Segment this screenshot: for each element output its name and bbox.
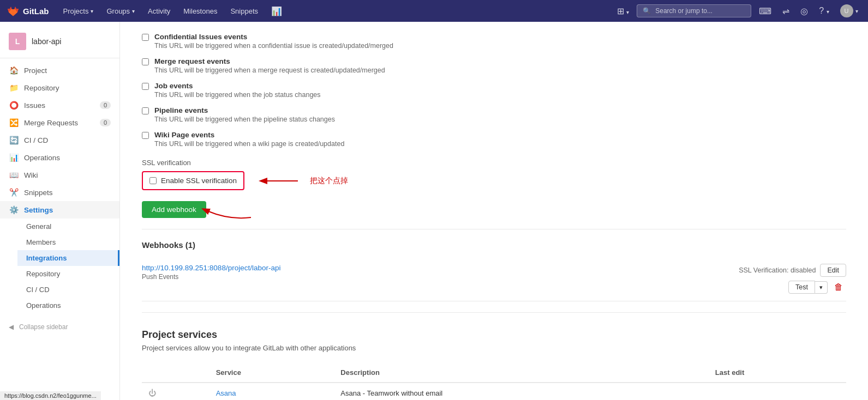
ssl-status-label: SSL Verification: disabled [739, 266, 816, 274]
sidebar-item-repo-settings[interactable]: Repository [17, 266, 119, 282]
sidebar-item-merge-requests[interactable]: 🔀 Merge Requests 0 [0, 114, 119, 131]
divider-services [142, 312, 846, 313]
ssl-verification-checkbox[interactable] [149, 177, 157, 184]
merge-request-checkbox[interactable] [142, 58, 149, 65]
col-service: Service [209, 363, 334, 383]
annotation-text: 把这个点掉 [310, 176, 348, 186]
job-events-desc: This URL will be triggered when the job … [154, 91, 321, 99]
new-item-button[interactable]: ⊞ ▾ [614, 4, 632, 19]
sidebar-item-ci-cd[interactable]: 🔄 CI / CD [0, 131, 119, 149]
webhook-url[interactable]: http://10.199.89.251:8088/project/labor-… [142, 264, 280, 272]
edit-webhook-button[interactable]: Edit [820, 264, 846, 277]
service-name-cell: Asana [209, 383, 334, 400]
issues-badge: 0 [100, 101, 111, 109]
service-toggle-icon[interactable]: ⏻ [148, 389, 156, 397]
confidential-issues-checkbox[interactable] [142, 34, 149, 41]
webhook-actions: SSL Verification: disabled Edit Test ▾ 🗑 [739, 264, 846, 294]
url-bar: https://blog.csdn.n2/feo1ggunme... [0, 391, 101, 400]
nav-milestones[interactable]: Milestones [178, 5, 223, 17]
ci-icon: 🔄 [9, 136, 19, 144]
webhook-push-events: Push Events [142, 273, 280, 281]
app-logo[interactable]: GitLab [7, 4, 49, 17]
webhook-row: http://10.199.89.251:8088/project/labor-… [142, 264, 846, 294]
sidebar-item-repository[interactable]: 📁 Repository [0, 79, 119, 96]
trash-icon: 🗑 [834, 282, 843, 292]
confidential-issues-desc: This URL will be triggered when a confid… [154, 42, 393, 50]
event-wiki-page: Wiki Page events This URL will be trigge… [142, 131, 846, 148]
ssl-section: SSL verification Enable SSL verification [142, 159, 846, 190]
wiki-page-events-checkbox[interactable] [142, 132, 149, 139]
nav-groups[interactable]: Groups ▾ [101, 5, 140, 17]
chevron-down-icon: ▾ [91, 8, 93, 14]
sidebar-item-settings[interactable]: ⚙️ Settings [0, 201, 119, 219]
service-link[interactable]: Asana [216, 389, 236, 397]
nav-projects[interactable]: Projects ▾ [58, 5, 99, 17]
collapse-sidebar-button[interactable]: ◀ Collapse sidebar [0, 319, 119, 335]
wiki-page-events-label: Wiki Page events [154, 131, 344, 139]
nav-stats[interactable]: 📊 [266, 4, 288, 19]
snippets-icon: ✂️ [9, 188, 19, 197]
repository-icon: 📁 [9, 83, 19, 92]
delete-webhook-button[interactable]: 🗑 [831, 280, 846, 294]
sidebar-item-members[interactable]: Members [17, 234, 119, 250]
code-editor-button[interactable]: ⌨ [756, 4, 775, 19]
add-webhook-row: Add webhook [142, 201, 846, 218]
nav-activity[interactable]: Activity [142, 5, 176, 17]
test-dropdown-button[interactable]: ▾ [815, 281, 828, 294]
table-row: ⏻ Asana Asana - Teamwork without email [142, 383, 846, 400]
merge-requests-nav-button[interactable]: ⇌ [779, 4, 793, 19]
chevron-down-icon: ▾ [626, 9, 629, 15]
pipeline-events-checkbox[interactable] [142, 107, 149, 114]
project-name: labor-api [32, 37, 61, 46]
sidebar-item-integrations[interactable]: Integrations [17, 250, 119, 266]
event-confidential-issues: Confidential Issues events This URL will… [142, 33, 846, 50]
sidebar-item-issues[interactable]: ⭕ Issues 0 [0, 96, 119, 114]
job-events-label: Job events [154, 82, 321, 90]
services-desc: Project services allow you to integrate … [142, 344, 846, 352]
divider [142, 229, 846, 229]
project-avatar: L [9, 33, 26, 50]
sidebar-item-snippets[interactable]: ✂️ Snippets [0, 184, 119, 201]
settings-icon: ⚙️ [9, 205, 19, 214]
job-events-checkbox[interactable] [142, 83, 149, 90]
col-toggle [142, 363, 209, 383]
sidebar-item-operations[interactable]: 📊 Operations [0, 149, 119, 166]
merge-request-desc: This URL will be triggered when a merge … [154, 66, 385, 74]
collapse-icon: ◀ [9, 323, 14, 331]
col-description: Description [334, 363, 708, 383]
wiki-icon: 📖 [9, 171, 19, 179]
webhook-entry: http://10.199.89.251:8088/project/labor-… [142, 257, 846, 301]
nav-items: Projects ▾ Groups ▾ Activity Milestones … [58, 4, 614, 19]
test-webhook-group: Test ▾ [788, 281, 828, 294]
services-table: Service Description Last edit ⏻ Asana As… [142, 363, 846, 400]
sidebar-item-project[interactable]: 🏠 Project [0, 62, 119, 79]
issues-nav-button[interactable]: ◎ [797, 4, 811, 19]
event-merge-request: Merge request events This URL will be tr… [142, 57, 846, 74]
events-section: Confidential Issues events This URL will… [142, 33, 846, 148]
pipeline-events-label: Pipeline events [154, 106, 335, 114]
test-webhook-button[interactable]: Test [788, 281, 815, 294]
top-nav: GitLab Projects ▾ Groups ▾ Activity Mile… [0, 0, 868, 22]
project-header: L labor-api [0, 27, 119, 58]
user-avatar-button[interactable]: U ▾ [837, 2, 861, 20]
search-icon: 🔍 [643, 7, 651, 15]
gitlab-logo-icon [7, 4, 20, 17]
sidebar: L labor-api 🏠 Project 📁 Repository ⭕ Iss… [0, 22, 120, 400]
sidebar-item-cicd-settings[interactable]: CI / CD [17, 282, 119, 298]
operations-icon: 📊 [9, 153, 19, 162]
service-description-cell: Asana - Teamwork without email [334, 383, 708, 400]
service-last-edit-cell [709, 383, 846, 400]
ssl-annotation: 把这个点掉 [255, 173, 348, 189]
project-services-section: Project services Project services allow … [142, 329, 846, 400]
webhooks-header: Webhooks (1) [142, 240, 846, 250]
chevron-down-icon: ▾ [855, 8, 858, 14]
layout: L labor-api 🏠 Project 📁 Repository ⭕ Iss… [0, 22, 868, 400]
merge-requests-badge: 0 [100, 119, 111, 126]
sidebar-item-general[interactable]: General [17, 219, 119, 234]
sidebar-item-wiki[interactable]: 📖 Wiki [0, 166, 119, 184]
help-button[interactable]: ? ▾ [816, 4, 832, 18]
sidebar-item-ops-settings[interactable]: Operations [17, 298, 119, 313]
nav-snippets[interactable]: Snippets [225, 5, 264, 17]
settings-submenu: General Members Integrations Repository … [0, 219, 119, 313]
search-box[interactable]: 🔍 Search or jump to... [637, 4, 751, 17]
